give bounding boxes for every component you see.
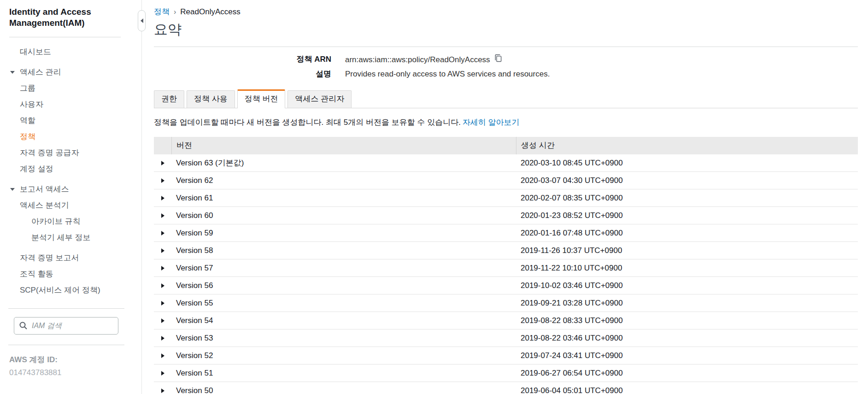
sidebar-item-label: 아카이브 규칙 (31, 217, 81, 226)
expand-row-button[interactable] (154, 248, 171, 253)
expand-row-button[interactable] (154, 388, 171, 393)
description-label: 설명 (154, 69, 331, 80)
expand-row-button[interactable] (154, 178, 171, 183)
version-cell: Version 56 (171, 281, 516, 290)
sidebar-item[interactable]: SCP(서비스 제어 정책) (0, 282, 130, 298)
sidebar-item[interactable]: 계정 설정 (0, 161, 130, 177)
sidebar-item[interactable]: 조직 활동 (0, 266, 130, 282)
sidebar-item[interactable]: 정책 (0, 129, 130, 145)
table-row: Version 622020-03-07 04:30 UTC+0900 (154, 172, 858, 189)
sidebar-item-label: 역할 (20, 116, 35, 125)
page-title: 요약 (154, 20, 858, 39)
learn-more-link[interactable]: 자세히 알아보기 (463, 118, 520, 127)
created-cell: 2019-08-22 08:33 UTC+0900 (516, 316, 858, 325)
sidebar-item[interactable]: 자격 증명 공급자 (0, 145, 130, 161)
caret-right-icon (161, 231, 164, 235)
copy-icon[interactable] (494, 54, 502, 65)
tab-bar: 권한정책 사용정책 버전액세스 관리자 (154, 89, 858, 108)
created-cell: 2020-02-07 08:35 UTC+0900 (516, 194, 858, 203)
created-column-header: 생성 시간 (516, 137, 858, 154)
expand-row-button[interactable] (154, 353, 171, 358)
sidebar-item[interactable]: 아카이브 규칙 (0, 213, 130, 229)
policy-arn-value: arn:aws:iam::aws:policy/ReadOnlyAccess (345, 54, 502, 65)
version-cell: Version 57 (171, 264, 516, 273)
search-input[interactable] (14, 317, 118, 335)
sidebar-item[interactable]: 자격 증명 보고서 (0, 250, 130, 266)
version-cell: Version 53 (171, 334, 516, 343)
summary-fields: 정책 ARN arn:aws:iam::aws:policy/ReadOnlyA… (154, 54, 858, 80)
caret-right-icon (161, 248, 164, 253)
sidebar-item[interactable]: 사용자 (0, 96, 130, 112)
account-id-value: 014743783881 (9, 368, 121, 377)
expand-row-button[interactable] (154, 318, 171, 323)
version-cell: Version 62 (171, 176, 516, 185)
table-row: Version 612020-02-07 08:35 UTC+0900 (154, 189, 858, 207)
version-cell: Version 52 (171, 351, 516, 360)
expand-row-button[interactable] (154, 213, 171, 218)
tab[interactable]: 권한 (154, 90, 184, 108)
created-cell: 2019-08-22 03:46 UTC+0900 (516, 334, 858, 343)
sidebar-item-label: 액세스 관리 (20, 68, 61, 76)
expand-row-button[interactable] (154, 231, 171, 235)
sidebar-item-label: SCP(서비스 제어 정책) (20, 286, 100, 294)
tab[interactable]: 액세스 관리자 (287, 90, 352, 108)
sidebar-item-label: 자격 증명 보고서 (20, 253, 79, 262)
table-row: Version 582019-11-26 10:37 UTC+0900 (154, 242, 858, 259)
caret-right-icon (161, 283, 164, 288)
sidebar-title: Identity and Access Management(IAM) (9, 6, 106, 29)
caret-right-icon (161, 266, 164, 271)
sidebar-item[interactable]: 분석기 세부 정보 (0, 229, 130, 246)
caret-down-icon (10, 188, 15, 191)
sidebar-item-label: 사용자 (20, 100, 43, 109)
expand-column-header (154, 137, 171, 154)
created-cell: 2019-11-22 10:10 UTC+0900 (516, 264, 858, 273)
caret-right-icon (161, 213, 164, 218)
version-cell: Version 61 (171, 194, 516, 203)
caret-right-icon (161, 178, 164, 183)
tab[interactable]: 정책 버전 (237, 89, 286, 108)
version-column-header: 버전 (171, 137, 516, 154)
sidebar-item-label: 대시보드 (20, 47, 51, 56)
expand-row-button[interactable] (154, 266, 171, 271)
created-cell: 2020-03-10 08:45 UTC+0900 (516, 159, 858, 168)
sidebar-item-label: 자격 증명 공급자 (20, 148, 79, 157)
sidebar-item[interactable]: 액세스 관리 (0, 64, 130, 80)
account-block: AWS 계정 ID: 014743783881 (9, 354, 121, 377)
caret-right-icon (161, 318, 164, 323)
table-row: Version 602020-01-23 08:52 UTC+0900 (154, 207, 858, 224)
expand-row-button[interactable] (154, 371, 171, 376)
table-row: Version 542019-08-22 08:33 UTC+0900 (154, 312, 858, 329)
sidebar-item[interactable]: 역할 (0, 112, 130, 129)
sidebar-item[interactable]: 액세스 분석기 (0, 197, 130, 213)
expand-row-button[interactable] (154, 161, 171, 165)
caret-down-icon (10, 71, 15, 74)
table-row: Version 532019-08-22 03:46 UTC+0900 (154, 329, 858, 347)
created-cell: 2019-06-04 05:01 UTC+0900 (516, 386, 858, 394)
caret-right-icon (161, 353, 164, 358)
table-row: Version 572019-11-22 10:10 UTC+0900 (154, 259, 858, 277)
expand-row-button[interactable] (154, 301, 171, 306)
sidebar-item[interactable]: 그룹 (0, 80, 130, 96)
sidebar-collapse-button[interactable] (138, 10, 146, 31)
sidebar-divider (8, 345, 124, 345)
version-cell: Version 55 (171, 299, 516, 308)
version-cell: Version 54 (171, 316, 516, 325)
expand-row-button[interactable] (154, 336, 171, 341)
table-row: Version 562019-10-02 03:46 UTC+0900 (154, 277, 858, 294)
version-table-body: Version 63 (기본값)2020-03-10 08:45 UTC+090… (154, 154, 858, 394)
sidebar-item[interactable]: 보고서 액세스 (0, 181, 130, 197)
sidebar-item[interactable]: 대시보드 (0, 44, 130, 60)
tab[interactable]: 정책 사용 (187, 90, 235, 108)
description-value: Provides read-only access to AWS service… (345, 69, 550, 80)
expand-row-button[interactable] (154, 283, 171, 288)
breadcrumb-current: ReadOnlyAccess (180, 7, 240, 16)
created-cell: 2019-06-27 06:54 UTC+0900 (516, 369, 858, 378)
sidebar-search (14, 317, 118, 335)
sidebar-item-label: 보고서 액세스 (20, 185, 69, 194)
table-row: Version 63 (기본값)2020-03-10 08:45 UTC+090… (154, 154, 858, 172)
version-cell: Version 50 (171, 386, 516, 394)
caret-right-icon (161, 196, 164, 200)
sidebar-item-label: 분석기 세부 정보 (31, 233, 90, 242)
breadcrumb-policies-link[interactable]: 정책 (154, 7, 170, 16)
expand-row-button[interactable] (154, 196, 171, 200)
